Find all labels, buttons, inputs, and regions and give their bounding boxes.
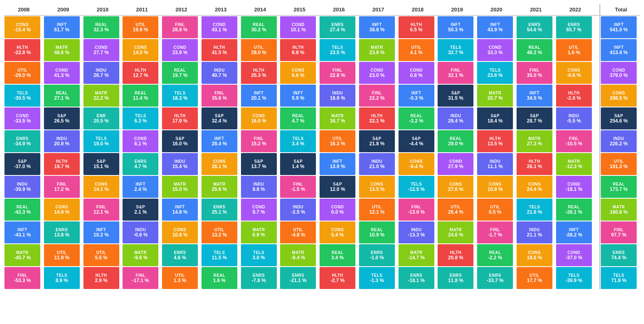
cell-3-5: FINL35.6 % (201, 84, 241, 107)
cell-7-14: COND-18.1 % (556, 175, 595, 198)
cell-content: INFT38.8 % (359, 16, 395, 38)
cell-ticker: FINL (215, 91, 224, 95)
cell-value: 226.2 % (610, 141, 628, 147)
cell-7-15 (595, 175, 600, 198)
cell-content: INDU-39.9 % (4, 176, 40, 198)
cell-content: HLTH-2.7 % (320, 267, 355, 289)
cell-value: -39.9 % (565, 278, 582, 283)
cell-ticker: COND (173, 45, 186, 50)
cell-0-16: INFT541.0 % (600, 15, 640, 39)
cell-value: 8.9 % (55, 278, 68, 283)
cell-value: -0.6 % (567, 72, 581, 78)
cell-1-5: HLTH41.5 % (201, 39, 241, 61)
cell-value: 3.4 % (331, 255, 344, 261)
cell-value: 0.5 % (489, 209, 502, 215)
cell-content: INDU29.4 % (438, 107, 473, 129)
cell-content: MATR-45.7 % (4, 244, 40, 266)
cell-content: S&P-4.4 % (399, 130, 434, 152)
cell-1-9: MATR23.8 % (359, 39, 398, 61)
cell-ticker: UTIL (333, 136, 342, 141)
cell-9-10: INDU-13.3 % (398, 221, 438, 244)
cell-11-0: FINL-53.3 % (4, 267, 44, 289)
cell-content: UTIL5.5 % (83, 244, 119, 266)
cell-ticker: MATR (56, 45, 68, 50)
cell-value: -39.9 % (14, 186, 31, 192)
cell-ticker: CONS (213, 159, 226, 164)
cell-ticker: COND (292, 22, 304, 27)
cell-content: S&P32.4 % (202, 107, 237, 129)
cell-value: -21.1 % (290, 278, 307, 283)
cell-value: 23.0 % (369, 72, 384, 78)
cell-11-12: ENRS-33.7 % (477, 267, 516, 289)
cell-value: 6.9 % (292, 50, 304, 55)
main-container: 2008200920102011201220132014201520162017… (4, 4, 640, 289)
cell-ticker: ENRS (371, 250, 383, 255)
cell-ticker: ENR (96, 114, 106, 118)
cell-8-5: ENRS25.1 % (201, 198, 241, 221)
cell-content: INDU11.1 % (477, 153, 513, 175)
cell-value: 22.2 % (369, 95, 384, 101)
cell-ticker: TELS (568, 273, 580, 278)
cell-1-4: COND23.9 % (162, 39, 201, 61)
cell-content: TELS3.4 % (280, 130, 316, 152)
cell-value: 28.8 % (172, 27, 187, 33)
cell-value: -1.0 % (370, 255, 384, 261)
header-2011: 2011 (122, 4, 162, 15)
cell-value: 19.9 % (133, 27, 148, 33)
cell-7-3: INFT2.4 % (122, 175, 162, 198)
cell-ticker: REAL (16, 205, 28, 209)
cell-ticker: MATR (213, 182, 226, 186)
cell-ticker: INDU (293, 205, 303, 209)
cell-content: S&P26.5 % (44, 107, 80, 129)
cell-value: -13.0 % (408, 209, 425, 215)
cell-9-2: INFT10.2 % (83, 221, 123, 244)
cell-content: FINL97.7 % (601, 221, 637, 243)
cell-value: 11.8 % (448, 278, 463, 283)
cell-value: 32.3 % (94, 27, 109, 33)
cell-11-11: ENRS11.8 % (437, 267, 477, 289)
cell-4-1: S&P26.5 % (44, 107, 83, 130)
cell-ticker: HLTH (529, 159, 540, 164)
cell-content: MATR20.7 % (477, 85, 513, 107)
cell-6-11: COND27.9 % (437, 153, 477, 175)
cell-value: 11.5 % (212, 255, 227, 261)
cell-ticker: CONS (489, 182, 502, 186)
cell-content: MATR27.3 % (517, 130, 552, 152)
cell-value: 160.8 % (610, 209, 628, 215)
cell-3-0: TELS-30.5 % (4, 84, 44, 107)
cell-content: ENRS-1.0 % (359, 244, 395, 266)
cell-ticker: TELS (135, 114, 147, 118)
cell-ticker: HLTH (96, 273, 107, 278)
cell-4-3: TELS6.3 % (122, 107, 162, 130)
cell-content: REAL32.3 % (83, 16, 119, 38)
performance-table: 2008200920102011201220132014201520162017… (4, 4, 640, 289)
cell-content: CONS5.4 % (320, 221, 355, 243)
cell-ticker: COND (252, 205, 265, 209)
cell-ticker: S&P (215, 114, 224, 118)
cell-ticker: CONS (370, 182, 383, 186)
cell-11-16: TELS71.9 % (600, 267, 640, 289)
cell-content: REAL1.6 % (202, 267, 237, 289)
cell-value: 2.1 % (134, 209, 147, 215)
cell-ticker: MATR (95, 91, 107, 95)
cell-ticker: UTIL (18, 68, 27, 72)
cell-content: ENRS27.4 % (320, 16, 355, 38)
cell-0-2: REAL32.3 % (83, 15, 123, 39)
cell-value: 379.0 % (610, 72, 628, 78)
cell-ticker: TELS (56, 273, 68, 278)
cell-3-7: INFT5.9 % (280, 84, 319, 107)
cell-1-7: HLTH6.9 % (280, 39, 319, 61)
cell-value: 18.4 % (488, 118, 503, 124)
cell-value: 33.3 % (488, 50, 503, 55)
cell-value: 25.6 % (212, 186, 227, 192)
cell-content: INFT2.4 % (123, 176, 158, 198)
cell-2-14: CONS-0.6 % (556, 61, 595, 84)
cell-value: 18.9 % (330, 95, 345, 101)
cell-4-5: S&P32.4 % (201, 107, 241, 130)
cell-content: UTIL16.3 % (320, 130, 355, 152)
cell-content: INDU15.4 % (162, 153, 198, 175)
cell-ticker: INFT (215, 136, 224, 141)
cell-value: 29.0 % (251, 50, 266, 55)
cell-value: 30.2 % (251, 27, 266, 33)
header-2018: 2018 (398, 4, 438, 15)
